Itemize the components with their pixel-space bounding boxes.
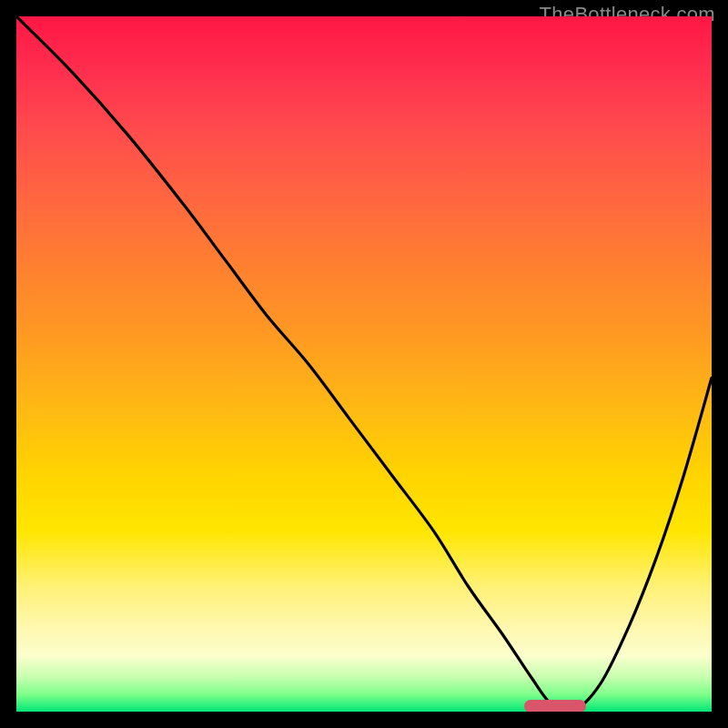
bottleneck-curve xyxy=(16,16,712,712)
plot-area xyxy=(16,16,712,712)
minimum-marker xyxy=(524,700,587,712)
chart-container: TheBottleneck.com xyxy=(0,0,728,728)
curve-svg xyxy=(16,16,712,712)
